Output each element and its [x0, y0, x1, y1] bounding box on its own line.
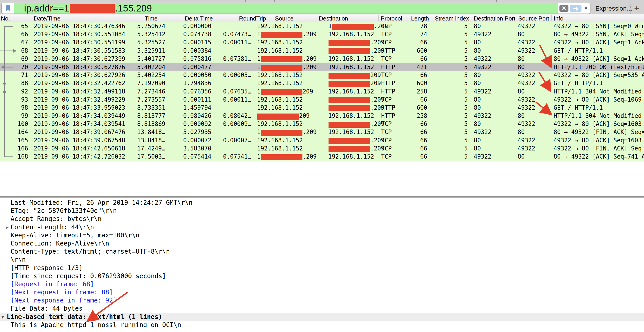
- cell: 78: [400, 23, 427, 30]
- column-header-time[interactable]: Time: [145, 15, 158, 22]
- cell: 5: [452, 39, 468, 46]
- column-separator[interactable]: [516, 15, 516, 21]
- detail-line[interactable]: This is Apache httpd 1 nossl running on …: [0, 321, 644, 329]
- detail-text: This is Apache httpd 1 nossl running on …: [10, 321, 181, 329]
- packet-row-67[interactable]: 672019-09-06 18:47:30.5511995.3255270.00…: [0, 38, 644, 46]
- cell: TCP: [381, 120, 392, 127]
- column-header-info[interactable]: Info: [554, 15, 563, 22]
- column-header-date-time[interactable]: Date/Time: [34, 15, 60, 22]
- add-filter-button[interactable]: +: [634, 3, 639, 13]
- cell: 66: [400, 39, 427, 46]
- packet-row-100[interactable]: 1002019-09-06 18:47:34.0395418.8138690.0…: [0, 120, 644, 128]
- cell: 66: [400, 72, 427, 78]
- detail-line[interactable]: File Data: 44 bytes: [0, 304, 644, 313]
- detail-line[interactable]: Last-Modified: Fri, 26 Apr 2019 14:24:27…: [0, 199, 644, 207]
- cell: HTTP: [381, 88, 395, 95]
- cell: 49322: [518, 47, 535, 54]
- packet-row-92[interactable]: 922019-09-06 18:47:32.4991187.2734460.07…: [0, 87, 644, 95]
- redaction-box: [328, 146, 370, 152]
- detail-line[interactable]: [HTTP response 1/3]: [0, 264, 644, 272]
- detail-highlight-line[interactable]: ▼Line-based text data: text/html (1 line…: [0, 313, 644, 321]
- column-header-roundtrip[interactable]: RoundTrip: [239, 15, 266, 22]
- redaction-box: [261, 130, 302, 136]
- cell: 0.076356: [178, 88, 211, 95]
- column-separator[interactable]: [271, 15, 271, 21]
- cell: 0.000384: [178, 47, 211, 54]
- expression-button[interactable]: Expression…: [596, 5, 633, 12]
- packet-row-71[interactable]: 712019-09-06 18:47:30.6279265.4022540.00…: [0, 71, 644, 79]
- column-header-length[interactable]: Length: [411, 15, 429, 22]
- pane-splitter[interactable]: [0, 196, 644, 198]
- packet-row-166[interactable]: 1662019-09-06 18:47:42.65061817.4249…3.5…: [0, 144, 644, 152]
- cell: HTTP: [381, 112, 395, 119]
- detail-line[interactable]: Keep-Alive: timeout=5, max=100\r\n: [0, 231, 644, 239]
- cell: GET / HTTP/1.1: [554, 80, 644, 86]
- column-header-source[interactable]: Source: [275, 15, 294, 22]
- column-header-protocol[interactable]: Protocol: [381, 15, 402, 22]
- column-header-stream-index[interactable]: Stream index: [435, 15, 469, 22]
- packet-row-93[interactable]: 932019-09-06 18:47:32.4992297.2735570.00…: [0, 95, 644, 104]
- column-separator[interactable]: [551, 15, 552, 21]
- packet-row-165[interactable]: 1652019-09-06 18:47:39.06754813.8418…0.0…: [0, 136, 644, 144]
- detail-line[interactable]: Content-Type: text/html; charset=UTF-8\r…: [0, 248, 644, 256]
- cell: 0.000115: [178, 39, 211, 46]
- cell: 88: [0, 80, 28, 86]
- packet-row-65[interactable]: 652019-09-06 18:47:30.4763465.2506740.00…: [0, 22, 644, 30]
- column-separator[interactable]: [378, 15, 379, 21]
- cell: HTTP/1.1 304 Not Modified: [554, 88, 644, 95]
- cell: 80: [518, 153, 524, 160]
- top-tick: [496, 0, 497, 2]
- detail-line[interactable]: Accept-Ranges: bytes\r\n: [0, 215, 644, 223]
- packet-row-66[interactable]: 662019-09-06 18:47:30.5510845.3254120.07…: [0, 30, 644, 38]
- expand-arrow-icon[interactable]: ▶: [6, 223, 8, 231]
- detail-line[interactable]: ▶Content-Length: 44\r\n: [0, 223, 644, 231]
- display-filter-field[interactable]: ip.addr==1.155.209 ✕ ➜ ▼: [1, 3, 590, 14]
- packet-row-99[interactable]: 992019-09-06 18:47:34.0394498.8137770.08…: [0, 112, 644, 120]
- cell: 17.4249…: [137, 145, 165, 152]
- detail-line[interactable]: [Time since request: 0.076293000 seconds…: [0, 272, 644, 280]
- cell: 2019-09-06 18:47:42.650618: [34, 145, 125, 152]
- cell: 2019-09-06 18:47:30.551199: [34, 39, 125, 46]
- filter-bookmark-button[interactable]: [2, 3, 14, 14]
- column-header-delta-time[interactable]: Delta Time: [185, 15, 213, 22]
- filter-dropdown-caret[interactable]: ▼: [582, 3, 590, 14]
- arrow-right-icon: ➜: [573, 5, 578, 12]
- column-separator[interactable]: [472, 15, 472, 21]
- filter-input[interactable]: ip.addr==1.155.209: [14, 3, 558, 14]
- column-header-source-port[interactable]: Source Port: [518, 15, 549, 22]
- cell: 49322: [474, 31, 491, 38]
- column-separator[interactable]: [409, 15, 409, 21]
- packet-row-98[interactable]: 982019-09-06 18:47:33.9590238.7333511.45…: [0, 104, 644, 112]
- packet-row-168[interactable]: 1682019-09-06 18:47:42.72603217.5003…0.0…: [0, 152, 644, 160]
- packet-row-69[interactable]: 692019-09-06 18:47:30.6273995.4017270.07…: [0, 55, 644, 63]
- column-separator[interactable]: [433, 15, 433, 21]
- packet-row-68[interactable]: 682019-09-06 18:47:30.5515835.3259110.00…: [0, 47, 644, 55]
- column-header-no-[interactable]: No.: [1, 15, 10, 22]
- cell: 0.000050: [178, 72, 211, 78]
- detail-link-line[interactable]: [Next response in frame: 92]: [0, 296, 644, 304]
- column-separator[interactable]: [31, 15, 31, 21]
- column-separator[interactable]: [182, 15, 182, 21]
- column-header-destination[interactable]: Destination: [319, 15, 348, 22]
- cell: 71: [0, 72, 28, 78]
- filter-clear-button[interactable]: ✕: [560, 5, 568, 12]
- column-header-destination-port[interactable]: Destination Port: [474, 15, 516, 22]
- collapse-arrow-icon[interactable]: ▼: [1, 313, 4, 321]
- packet-row-70[interactable]: 702019-09-06 18:47:30.6278765.4022040.00…: [0, 63, 644, 71]
- column-separator[interactable]: [236, 15, 236, 21]
- detail-text: Line-based text data: text/html (1 lines…: [7, 313, 162, 321]
- detail-link-line[interactable]: [Next request in frame: 88]: [0, 288, 644, 296]
- detail-link-line[interactable]: [Request in frame: 68]: [0, 280, 644, 288]
- packet-row-164[interactable]: 1642019-09-06 18:47:39.06747613.8418…5.0…: [0, 128, 644, 136]
- packet-row-88[interactable]: 882019-09-06 18:47:32.4227627.1970901.79…: [0, 79, 644, 87]
- cell: 5.325911: [137, 47, 165, 54]
- cell: TCP: [381, 23, 392, 30]
- detail-line[interactable]: ETag: "2c-5876fb133f40e"\r\n: [0, 207, 644, 215]
- redaction-box: [261, 154, 302, 160]
- column-separator[interactable]: [142, 15, 142, 21]
- detail-text: \r\n: [10, 256, 26, 264]
- detail-line[interactable]: Connection: Keep-Alive\r\n: [0, 239, 644, 248]
- detail-line[interactable]: \r\n: [0, 256, 644, 264]
- filter-apply-button[interactable]: ➜: [570, 5, 582, 12]
- column-separator[interactable]: [316, 15, 316, 21]
